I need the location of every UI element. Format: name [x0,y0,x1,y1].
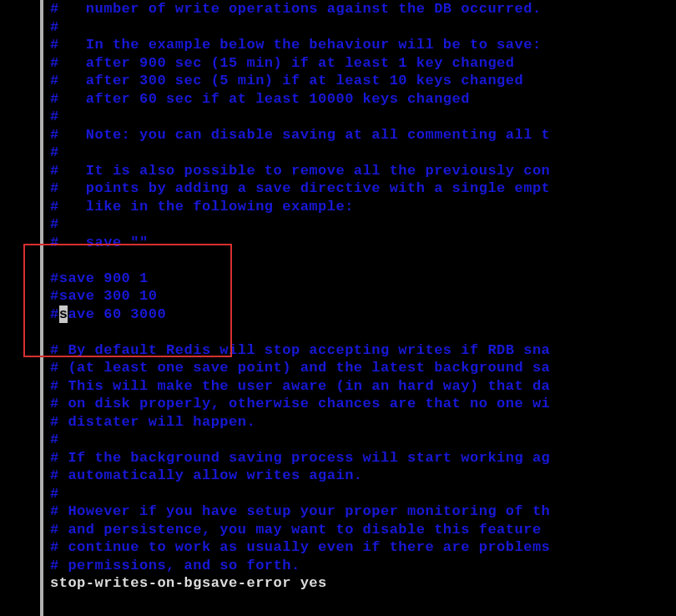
code-line [50,251,676,270]
code-line: # distater will happen. [50,413,676,432]
code-line: # (at least one save point) and the late… [50,359,676,377]
code-line: # [50,485,676,503]
code-line: # continue to work as usually even if th… [50,538,676,557]
text-cursor: s [59,305,68,324]
terminal-content[interactable]: # number of write operations against the… [0,0,676,593]
code-line: # In the example below the behaviour wil… [50,36,676,54]
code-text: # [50,306,59,322]
code-line: # points by adding a save directive with… [50,179,676,198]
code-line: # Note: you can disable saving at all co… [50,126,676,144]
code-line: # [50,431,676,449]
code-line: stop-writes-on-bgsave-error yes [50,574,676,593]
code-line: # [50,108,676,126]
code-line: # If the background saving process will … [50,449,676,467]
code-line: # It is also possible to remove all the … [50,162,676,180]
code-line: # [50,144,676,162]
code-line: # [50,18,676,37]
code-line: # and persistence, you may want to disab… [50,521,676,539]
code-line: # after 60 sec if at least 10000 keys ch… [50,90,676,109]
code-line [50,323,676,341]
code-line: # However if you have setup your proper … [50,502,676,521]
code-text: ave 60 3000 [68,306,166,322]
code-line: #save 300 10 [50,287,676,305]
code-line: #save 60 3000 [50,305,676,324]
code-line: # permissions, and so forth. [50,557,676,575]
code-line: # on disk properly, otherwise chances ar… [50,395,676,413]
code-line: # automatically allow writes again. [50,467,676,485]
code-line: # like in the following example: [50,198,676,216]
code-line: # after 300 sec (5 min) if at least 10 k… [50,72,676,90]
code-line: #save 900 1 [50,270,676,288]
code-line: # By default Redis will stop accepting w… [50,341,676,360]
code-line: # This will make the user aware (in an h… [50,377,676,396]
code-line: # number of write operations against the… [50,0,676,18]
code-line: # save "" [50,234,676,252]
code-line: # after 900 sec (15 min) if at least 1 k… [50,54,676,73]
code-line: # [50,215,676,234]
